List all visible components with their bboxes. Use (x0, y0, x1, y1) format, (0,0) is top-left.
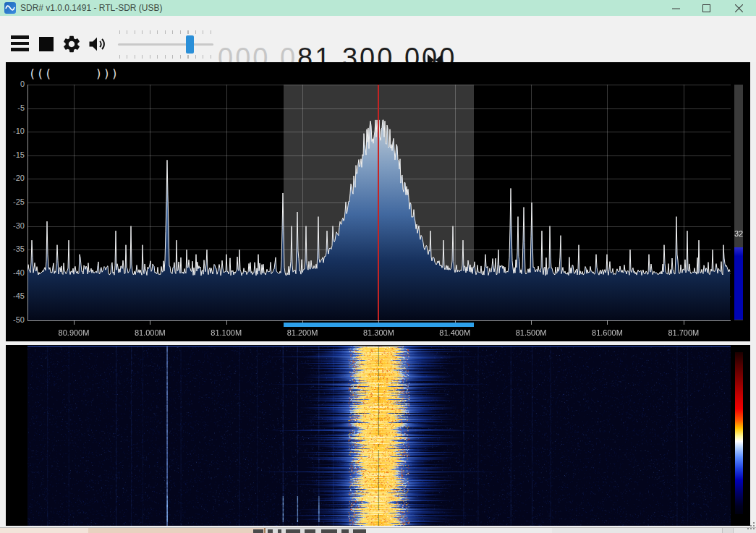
snr-value-label: 32 (730, 229, 747, 238)
frequency-axis-label: 81.700M (655, 328, 713, 337)
spectrum-canvas[interactable] (27, 85, 731, 326)
waterfall-canvas[interactable] (27, 346, 731, 526)
slider-ticks-top (119, 30, 212, 34)
frequency-axis-label: 81.000M (121, 328, 179, 337)
app-icon (4, 2, 16, 14)
minimize-icon (672, 4, 680, 12)
band-marker-right[interactable]: ))) (95, 67, 119, 80)
db-axis-label: -5 (6, 103, 25, 112)
slider-handle[interactable] (186, 35, 194, 54)
background-window-strip (0, 527, 756, 533)
db-axis-label: 0 (6, 80, 25, 88)
frequency-axis-label: 81.200M (273, 328, 331, 337)
center-frequency-line[interactable] (378, 85, 379, 320)
background-window-fragment (88, 528, 266, 533)
toolbar: 000.081.300.000 (0, 16, 756, 62)
db-axis-label: -20 (6, 174, 25, 182)
db-axis-label: -30 (6, 221, 25, 230)
titlebar[interactable]: SDR# v1.0.0.1491 - RTL-SDR (USB) (0, 0, 756, 16)
frequency-axis-label: 81.500M (502, 328, 560, 337)
db-axis-label: -40 (6, 268, 25, 277)
stop-button[interactable] (39, 37, 54, 51)
slider-ticks-bottom (119, 55, 212, 59)
db-axis-label: -50 (6, 315, 25, 324)
speaker-icon (86, 34, 108, 54)
spectrum-panel[interactable]: ((( ))) 32 0-5-10-15-20-25-30-35-40-45-5… (6, 62, 750, 341)
sine-wave-icon (4, 2, 16, 14)
snr-meter (734, 85, 743, 320)
background-window-fragment (722, 528, 733, 533)
db-axis-label: -15 (6, 150, 25, 159)
frequency-axis-label: 81.100M (198, 328, 255, 337)
maximize-icon (702, 4, 710, 12)
slider-track[interactable] (118, 43, 213, 46)
snr-fill-bar (734, 247, 743, 320)
band-marker-left[interactable]: ((( (29, 67, 53, 80)
minimize-button[interactable] (661, 0, 691, 16)
volume-slider[interactable] (118, 29, 213, 59)
maximize-button[interactable] (691, 0, 721, 16)
waterfall-color-scale (735, 352, 743, 514)
frequency-axis-label: 81.600M (578, 328, 636, 337)
db-axis-label: -45 (6, 291, 25, 300)
close-button[interactable] (723, 0, 754, 16)
gear-icon (61, 34, 82, 54)
menu-button[interactable] (11, 35, 29, 51)
settings-button[interactable] (61, 34, 82, 54)
db-axis-label: -35 (6, 244, 25, 253)
window-title: SDR# v1.0.0.1491 - RTL-SDR (USB) (20, 3, 163, 13)
bandwidth-bar[interactable] (284, 323, 474, 327)
background-window-fragment (365, 528, 552, 533)
frequency-axis-label: 81.400M (426, 328, 484, 337)
frequency-axis-label: 81.300M (349, 328, 407, 337)
volume-button[interactable] (86, 34, 108, 54)
background-window-fragment (0, 528, 88, 533)
db-axis-label: -10 (6, 127, 25, 135)
close-icon (735, 4, 743, 12)
sdrsharp-window: SDR# v1.0.0.1491 - RTL-SDR (USB) (0, 0, 756, 533)
resize-grip[interactable] (747, 522, 755, 531)
hamburger-icon (11, 35, 29, 51)
db-axis-label: -25 (6, 197, 25, 206)
frequency-axis-label: 80.900M (45, 328, 103, 337)
waterfall-panel[interactable] (6, 345, 750, 526)
